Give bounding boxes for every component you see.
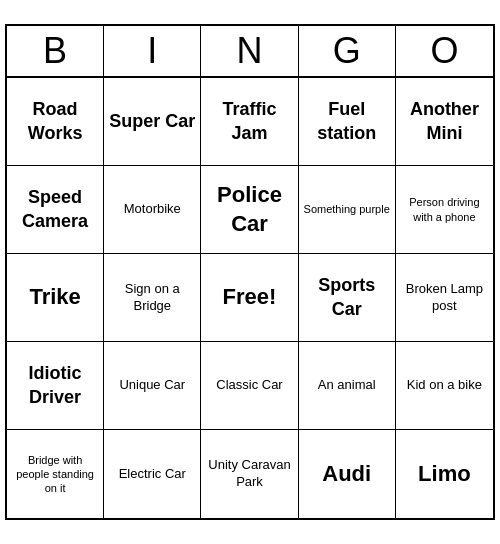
bingo-cell: Idiotic Driver xyxy=(7,342,104,430)
bingo-cell: Kid on a bike xyxy=(396,342,493,430)
cell-label: Broken Lamp post xyxy=(400,281,489,315)
bingo-cell: Sign on a Bridge xyxy=(104,254,201,342)
bingo-cell: Police Car xyxy=(201,166,298,254)
bingo-cell: Super Car xyxy=(104,78,201,166)
bingo-letter: N xyxy=(201,26,298,76)
bingo-cell: Unique Car xyxy=(104,342,201,430)
bingo-cell: An animal xyxy=(299,342,396,430)
bingo-cell: Person driving with a phone xyxy=(396,166,493,254)
cell-label: Audi xyxy=(322,460,371,489)
cell-label: Road Works xyxy=(11,98,99,145)
cell-label: Person driving with a phone xyxy=(400,195,489,224)
bingo-cell: Sports Car xyxy=(299,254,396,342)
bingo-cell: Something purple xyxy=(299,166,396,254)
bingo-cell: Speed Camera xyxy=(7,166,104,254)
bingo-cell: Fuel station xyxy=(299,78,396,166)
bingo-cell: Road Works xyxy=(7,78,104,166)
cell-label: Motorbike xyxy=(124,201,181,218)
cell-label: Fuel station xyxy=(303,98,391,145)
cell-label: Something purple xyxy=(304,202,390,216)
bingo-grid: Road WorksSuper CarTraffic JamFuel stati… xyxy=(7,78,493,518)
bingo-cell: Motorbike xyxy=(104,166,201,254)
bingo-cell: Trike xyxy=(7,254,104,342)
cell-label: Police Car xyxy=(205,181,293,238)
cell-label: Kid on a bike xyxy=(407,377,482,394)
bingo-cell: Another Mini xyxy=(396,78,493,166)
cell-label: Traffic Jam xyxy=(205,98,293,145)
bingo-cell: Broken Lamp post xyxy=(396,254,493,342)
cell-label: Free! xyxy=(223,283,277,312)
cell-label: Another Mini xyxy=(400,98,489,145)
bingo-header: BINGO xyxy=(7,26,493,78)
cell-label: An animal xyxy=(318,377,376,394)
bingo-letter: I xyxy=(104,26,201,76)
cell-label: Unique Car xyxy=(119,377,185,394)
bingo-letter: O xyxy=(396,26,493,76)
bingo-cell: Free! xyxy=(201,254,298,342)
cell-label: Speed Camera xyxy=(11,186,99,233)
cell-label: Trike xyxy=(29,283,80,312)
bingo-letter: B xyxy=(7,26,104,76)
cell-label: Sign on a Bridge xyxy=(108,281,196,315)
cell-label: Unity Caravan Park xyxy=(205,457,293,491)
cell-label: Idiotic Driver xyxy=(11,362,99,409)
cell-label: Classic Car xyxy=(216,377,282,394)
cell-label: Bridge with people standing on it xyxy=(11,453,99,496)
bingo-cell: Traffic Jam xyxy=(201,78,298,166)
bingo-card: BINGO Road WorksSuper CarTraffic JamFuel… xyxy=(5,24,495,520)
cell-label: Electric Car xyxy=(119,466,186,483)
bingo-cell: Audi xyxy=(299,430,396,518)
cell-label: Sports Car xyxy=(303,274,391,321)
bingo-cell: Electric Car xyxy=(104,430,201,518)
cell-label: Super Car xyxy=(109,110,195,133)
bingo-cell: Bridge with people standing on it xyxy=(7,430,104,518)
bingo-cell: Classic Car xyxy=(201,342,298,430)
bingo-cell: Unity Caravan Park xyxy=(201,430,298,518)
bingo-letter: G xyxy=(299,26,396,76)
cell-label: Limo xyxy=(418,460,471,489)
bingo-cell: Limo xyxy=(396,430,493,518)
